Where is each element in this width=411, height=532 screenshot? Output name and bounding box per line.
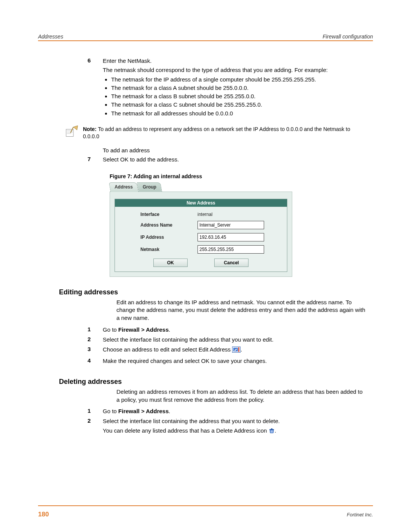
edit-address-icon <box>232 347 241 355</box>
edit-step1: Go to Firewall > Address. <box>103 326 373 334</box>
edit-step4: Make the required changes and select OK … <box>103 357 373 365</box>
ip-address-label: IP Address <box>119 235 198 240</box>
cancel-button[interactable]: Cancel <box>214 259 249 267</box>
footer-company: Fortinet Inc. <box>347 512 373 518</box>
del-step1: Go to Firewall > Address. <box>103 407 373 415</box>
ip-address-input[interactable] <box>198 233 264 241</box>
del-step2-line2: You can delete any listed address that h… <box>103 427 373 436</box>
address-name-label: Address Name <box>119 222 198 228</box>
note-body: To add an address to represent any addre… <box>83 126 350 139</box>
netmask-input[interactable] <box>198 245 264 254</box>
editing-heading: Editing addresses <box>59 288 373 296</box>
header-left: Addresses <box>38 34 63 40</box>
note-label: Note: <box>83 126 97 132</box>
header-right: Firewall configuration <box>323 34 373 40</box>
svg-rect-6 <box>271 428 272 429</box>
delete-address-icon <box>269 428 275 436</box>
edit-step1-number: 1 <box>88 326 103 335</box>
step6-bullet: The netmask for a class A subnet should … <box>111 84 373 92</box>
note-text: Note: To add an address to represent any… <box>83 125 373 140</box>
step6-number: 6 <box>88 57 103 120</box>
step7-text: Select OK to add the address. <box>103 156 373 163</box>
edit-step3-number: 3 <box>88 346 103 356</box>
deleting-heading: Deleting addresses <box>59 378 373 386</box>
tab-group[interactable]: Group <box>137 182 162 192</box>
ok-button[interactable]: OK <box>153 259 188 267</box>
step6-bullet: The netmask for the IP address of a sing… <box>111 76 373 83</box>
interface-label: Interface <box>119 212 198 217</box>
step6-para: The netmask should correspond to the typ… <box>103 66 373 74</box>
address-name-input[interactable] <box>198 221 264 229</box>
note-icon <box>65 125 79 138</box>
edit-step3: Choose an address to edit and select Edi… <box>103 346 373 355</box>
header-rule <box>38 40 373 41</box>
step6-bullet: The netmask for all addresses should be … <box>111 110 373 117</box>
form-title: New Address <box>115 199 287 207</box>
edit-step2: Select the interface list containing the… <box>103 336 373 343</box>
figure-new-address: Address Group New Address Interface inte… <box>110 182 292 277</box>
edit-step2-number: 2 <box>88 336 103 345</box>
to-add-address: To add an address <box>103 147 373 153</box>
edit-step4-number: 4 <box>88 357 103 366</box>
del-step1-number: 1 <box>88 407 103 417</box>
step7-number: 7 <box>88 156 103 165</box>
footer-rule <box>38 505 373 506</box>
step6-bullet: The netmask for a class C subnet should … <box>111 101 373 109</box>
deleting-para: Deleting an address removes it from an a… <box>116 388 373 404</box>
figure-caption: Figure 7: Adding an internal address <box>110 173 373 179</box>
step6-title: Enter the NetMask. <box>103 57 373 65</box>
page-number: 180 <box>38 511 49 518</box>
interface-value: internal <box>198 212 212 217</box>
svg-rect-0 <box>66 129 73 136</box>
del-step2-number: 2 <box>88 417 103 437</box>
svg-rect-4 <box>238 347 239 352</box>
del-step2-line1: Select the interface list containing the… <box>103 417 373 425</box>
editing-para: Edit an address to change its IP address… <box>116 299 373 322</box>
step6-bullet: The netmask for a class B subnet should … <box>111 93 373 100</box>
netmask-label: Netmask <box>119 247 198 252</box>
tab-address[interactable]: Address <box>109 182 139 192</box>
